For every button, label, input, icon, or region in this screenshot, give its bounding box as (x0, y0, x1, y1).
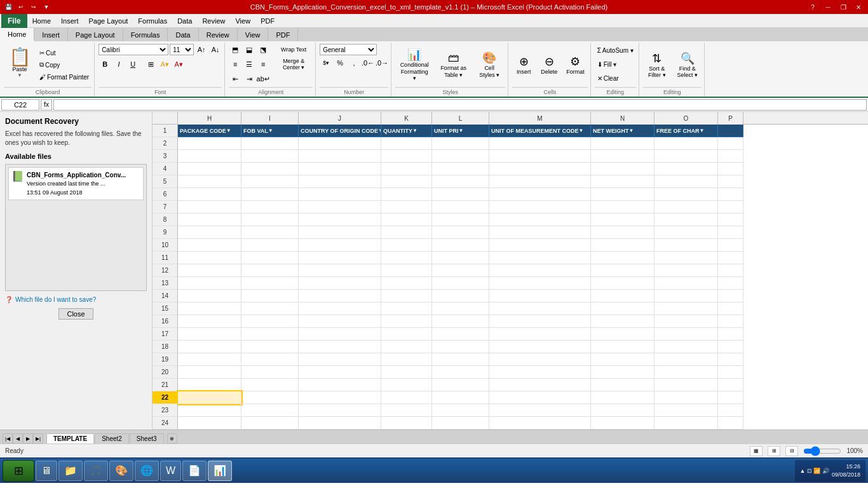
cell-K2[interactable] (381, 137, 432, 150)
increase-font-btn[interactable]: A↑ (195, 44, 208, 55)
row-number-3[interactable]: 3 (153, 150, 178, 163)
copy-button[interactable]: ⧉ Copy (37, 59, 92, 71)
indent-decrease-btn[interactable]: ⇤ (229, 73, 241, 85)
cell-styles-btn[interactable]: 🎨 Cell Styles ▾ (473, 46, 505, 84)
taskbar-media[interactable]: 🎵 (84, 461, 108, 481)
text-direction-btn[interactable]: ab↵ (257, 73, 269, 85)
row-number-12[interactable]: 12 (153, 264, 178, 277)
align-top-right-btn[interactable]: ⬔ (257, 44, 269, 55)
col-header-O[interactable]: O (654, 112, 718, 125)
insert-function-btn[interactable]: fx (41, 99, 52, 111)
row-number-18[interactable]: 18 (153, 341, 178, 353)
sort-filter-btn[interactable]: ⇅ Sort & Filter ▾ (643, 46, 671, 84)
prev-sheet-btn[interactable]: ◀ (13, 433, 23, 444)
row-number-20[interactable]: 20 (153, 366, 178, 379)
cell-H1[interactable]: PACKAGE CODE ▼ (178, 125, 241, 137)
row-number-16[interactable]: 16 (153, 315, 178, 328)
row-number-11[interactable]: 11 (153, 252, 178, 264)
grid-scroll-area[interactable]: 1 PACKAGE CODE ▼ FOB VAL ▼ COUNTRY OF OR… (153, 125, 868, 430)
paste-button[interactable]: 📋 Paste ▼ (4, 44, 36, 82)
normal-view-btn[interactable]: ▦ (750, 446, 763, 456)
formulas-menu[interactable]: Formulas (133, 14, 172, 28)
cell-J1[interactable]: COUNTRY OF ORIGIN CODE ▼ (299, 125, 381, 137)
row-number-6[interactable]: 6 (153, 188, 178, 201)
cell-H3[interactable] (178, 150, 241, 163)
row-number-17[interactable]: 17 (153, 328, 178, 341)
cell-I2[interactable] (241, 137, 299, 150)
help-btn[interactable]: ? (806, 1, 820, 13)
insert-menu[interactable]: Insert (56, 14, 84, 28)
taskbar-explorer[interactable]: 🖥 (36, 461, 57, 481)
tab-view[interactable]: View (238, 28, 269, 41)
col-header-M[interactable]: M (489, 112, 591, 125)
decimal-increase-btn[interactable]: .0→ (376, 57, 388, 69)
row-number-7[interactable]: 7 (153, 201, 178, 214)
row-number-10[interactable]: 10 (153, 239, 178, 252)
tab-home[interactable]: Home (0, 28, 34, 41)
tab-pdf[interactable]: PDF (268, 28, 298, 41)
align-top-center-btn[interactable]: ⬓ (243, 44, 255, 55)
close-recovery-button[interactable]: Close (58, 308, 93, 320)
borders-btn[interactable]: ⊞ (144, 58, 157, 70)
cell-L2[interactable] (432, 137, 489, 150)
next-sheet-btn[interactable]: ▶ (23, 433, 33, 444)
close-window-btn[interactable]: ✕ (851, 1, 865, 13)
which-file-link[interactable]: ❓ Which file do I want to save? (5, 296, 147, 303)
format-table-btn[interactable]: 🗃 Format as Table ▾ (436, 46, 471, 84)
merge-center-btn[interactable]: Merge & Center ▾ (275, 58, 313, 70)
bold-btn[interactable]: B (98, 58, 111, 70)
recovery-file-item[interactable]: 📗 CBN_Forms_Application_Conv... Version … (8, 167, 144, 200)
cell-P2[interactable] (718, 137, 743, 150)
row-number-19[interactable]: 19 (153, 353, 178, 366)
cell-N1[interactable]: NET WEIGHT ▼ (591, 125, 654, 137)
align-right-btn[interactable]: ≡ (257, 58, 269, 70)
taskbar-acrobat[interactable]: 📄 (182, 461, 207, 481)
tab-data[interactable]: Data (168, 28, 198, 41)
formula-input[interactable] (53, 99, 867, 111)
currency-btn[interactable]: $▾ (320, 57, 332, 69)
minimize-btn[interactable]: ─ (821, 1, 835, 13)
row-number-14[interactable]: 14 (153, 290, 178, 302)
data-menu[interactable]: Data (172, 14, 197, 28)
indent-increase-btn[interactable]: ⇥ (243, 73, 255, 85)
zoom-slider[interactable] (803, 448, 841, 454)
tab-review[interactable]: Review (199, 28, 238, 41)
font-family-select[interactable]: Calibri (98, 44, 168, 55)
align-left-btn[interactable]: ≡ (229, 58, 241, 70)
page-layout-view-btn[interactable]: ⊞ (768, 446, 780, 456)
cell-O1[interactable]: FREE OF CHAR ▼ (654, 125, 718, 137)
taskbar-folder[interactable]: 📁 (58, 461, 83, 481)
row-number-4[interactable]: 4 (153, 163, 178, 175)
start-button[interactable]: ⊞ (3, 460, 34, 482)
align-top-left-btn[interactable]: ⬒ (229, 44, 241, 55)
sheet-tab-template[interactable]: TEMPLATE (46, 433, 94, 444)
add-sheet-btn[interactable]: ⊕ (167, 433, 177, 444)
format-painter-button[interactable]: 🖌 Format Painter (37, 71, 92, 83)
cell-P1[interactable] (718, 125, 743, 137)
row-number-24[interactable]: 24 (153, 417, 178, 430)
font-size-select[interactable]: 11 (170, 44, 194, 55)
cell-H2[interactable] (178, 137, 241, 150)
row-number-22[interactable]: 22 (153, 391, 178, 404)
redo-quick-btn[interactable]: ↪ (28, 1, 39, 13)
row-number-5[interactable]: 5 (153, 175, 178, 188)
insert-cells-btn[interactable]: ⊕ Insert (512, 46, 535, 84)
col-header-K[interactable]: K (381, 112, 432, 125)
cell-O2[interactable] (654, 137, 718, 150)
cell-K1[interactable]: QUANTITY ▼ (381, 125, 432, 137)
fill-btn[interactable]: ⬇ Fill ▾ (595, 58, 636, 71)
number-format-select[interactable]: General (320, 44, 377, 55)
customize-quick-btn[interactable]: ▼ (41, 1, 52, 13)
cell-M1[interactable]: UNIT OF MEASUREMENT CODE ▼ (489, 125, 591, 137)
col-header-I[interactable]: I (241, 112, 299, 125)
cell-H22[interactable] (178, 391, 241, 404)
home-menu[interactable]: Home (27, 14, 56, 28)
last-sheet-btn[interactable]: ▶| (33, 433, 43, 444)
cell-M2[interactable] (489, 137, 591, 150)
cell-N2[interactable] (591, 137, 654, 150)
view-menu[interactable]: View (230, 14, 255, 28)
conditional-formatting-btn[interactable]: 📊 Conditional Formatting ▾ (395, 46, 433, 84)
review-menu[interactable]: Review (197, 14, 230, 28)
col-header-P[interactable]: P (718, 112, 743, 125)
row-number-2[interactable]: 2 (153, 137, 178, 150)
